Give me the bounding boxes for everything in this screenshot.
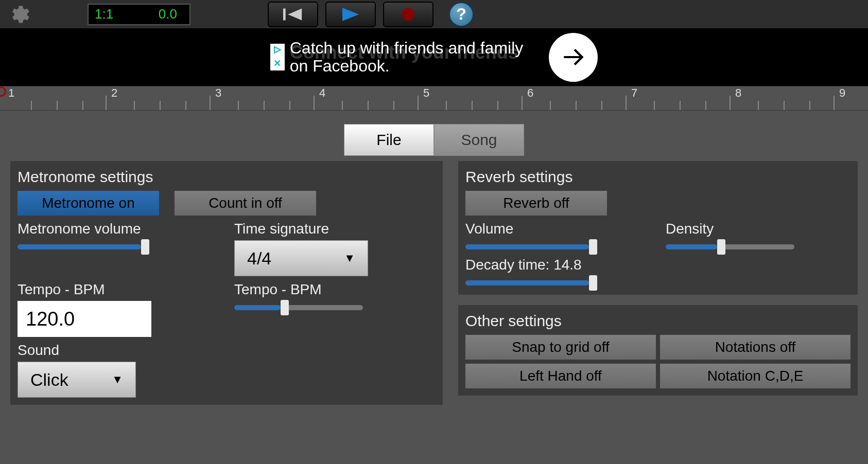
tab-song[interactable]: Song	[434, 124, 524, 156]
ruler-mark: 4	[316, 86, 325, 100]
other-title: Other settings	[465, 308, 850, 335]
tab-row: File Song	[0, 111, 868, 156]
top-toolbar: 1:1 0.0 ?	[0, 0, 868, 28]
decay-time-label: Decady time: 14.8	[465, 257, 850, 273]
sound-select[interactable]: Click ▼	[18, 362, 136, 398]
reverb-panel: Reverb settings Reverb off Volume Densit…	[458, 161, 858, 295]
svg-marker-4	[274, 47, 281, 53]
notation-cde-button[interactable]: Notation C,D,E	[660, 364, 850, 388]
tab-file[interactable]: File	[344, 124, 434, 156]
svg-marker-2	[342, 8, 359, 21]
metronome-on-button[interactable]: Metronome on	[18, 191, 159, 216]
svg-rect-0	[283, 8, 286, 20]
ruler-mark: 5	[420, 86, 429, 100]
time-signature-select[interactable]: 4/4 ▼	[234, 240, 368, 276]
ruler-mark: 6	[524, 86, 533, 100]
ruler-mark: 2	[108, 86, 117, 100]
snap-to-grid-button[interactable]: Snap to grid off	[465, 335, 656, 360]
chevron-down-icon: ▼	[112, 373, 123, 386]
other-panel: Other settings Snap to grid off Notation…	[458, 305, 858, 396]
ruler-mark: 8	[732, 86, 741, 100]
position-bar-beat: 1:1	[95, 6, 113, 22]
metronome-panel: Metronome settings Metronome on Count in…	[10, 161, 443, 405]
metronome-title: Metronome settings	[18, 164, 436, 191]
reverb-title: Reverb settings	[465, 164, 850, 191]
metronome-volume-label: Metronome volume	[18, 221, 219, 237]
time-signature-label: Time signature	[234, 221, 436, 237]
ad-arrow-icon[interactable]	[549, 33, 598, 82]
decay-time-slider[interactable]	[465, 278, 594, 288]
reverb-volume-slider[interactable]	[465, 242, 594, 252]
help-icon[interactable]: ?	[449, 2, 474, 27]
metronome-volume-slider[interactable]	[18, 242, 146, 252]
tempo-bpm-slider-label: Tempo - BPM	[234, 281, 436, 298]
ruler-mark: 3	[212, 86, 221, 100]
svg-point-3	[402, 8, 414, 21]
position-time: 0.0	[159, 6, 177, 22]
time-signature-value: 4/4	[247, 248, 271, 269]
reverb-density-slider[interactable]	[666, 242, 794, 252]
reverb-density-label: Density	[666, 221, 850, 237]
notations-button[interactable]: Notations off	[660, 335, 850, 360]
left-hand-button[interactable]: Left Hand off	[465, 364, 656, 388]
tempo-bpm-slider[interactable]	[234, 303, 363, 312]
sound-label: Sound	[18, 342, 219, 359]
count-in-button[interactable]: Count in off	[175, 191, 316, 216]
adchoices-icon[interactable]: ✕	[270, 44, 285, 70]
reverb-off-button[interactable]: Reverb off	[465, 191, 607, 216]
ruler-mark: 7	[628, 86, 637, 100]
transport-controls	[268, 2, 433, 27]
ad-banner[interactable]: ✕ Connect with your friends Catch up wit…	[0, 28, 868, 86]
rewind-button[interactable]	[268, 2, 318, 27]
gear-icon[interactable]	[5, 2, 31, 27]
ruler-mark: 9	[836, 86, 845, 100]
chevron-down-icon: ▼	[344, 252, 355, 265]
timeline-ruler[interactable]: 1 2 3 4 5 6 7 8 9	[0, 86, 868, 111]
play-button[interactable]	[325, 2, 376, 27]
ruler-mark: 1	[5, 86, 14, 100]
tempo-bpm-input[interactable]: 120.0	[18, 301, 151, 337]
record-button[interactable]	[383, 2, 433, 27]
position-display: 1:1 0.0	[88, 4, 190, 25]
svg-marker-1	[288, 8, 302, 20]
tempo-bpm-label: Tempo - BPM	[18, 281, 219, 298]
ad-text: Connect with your friends Catch up with …	[290, 39, 524, 75]
reverb-volume-label: Volume	[465, 221, 650, 237]
sound-value: Click	[30, 370, 68, 390]
